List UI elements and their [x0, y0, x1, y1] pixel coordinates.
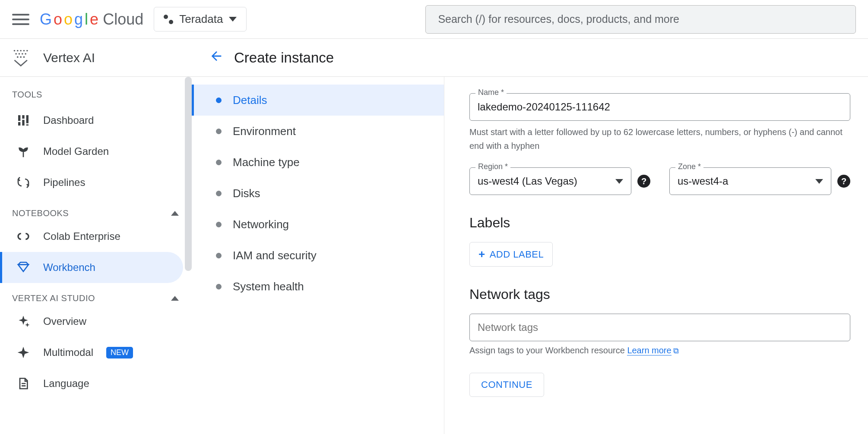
region-select[interactable]: us-west4 (Las Vegas)	[469, 167, 631, 195]
dashboard-icon	[16, 113, 30, 127]
add-label-button[interactable]: + ADD LABEL	[469, 242, 553, 267]
step-disks[interactable]: Disks	[192, 178, 444, 209]
project-name: Teradata	[179, 13, 223, 26]
search-input[interactable]	[425, 5, 856, 34]
sidebar-section-vertex-studio[interactable]: VERTEX AI STUDIO	[0, 283, 192, 306]
left-sidebar: TOOLS Dashboard Model Garden Pipelines N…	[0, 77, 192, 434]
sidebar-item-colab-enterprise[interactable]: Colab Enterprise	[0, 221, 183, 252]
vertex-ai-icon	[12, 48, 31, 67]
continue-button[interactable]: CONTINUE	[469, 373, 544, 397]
svg-point-2	[20, 50, 22, 51]
chevron-up-icon	[171, 211, 179, 216]
learn-more-link[interactable]: Learn more	[627, 346, 671, 355]
caret-down-icon	[615, 179, 623, 184]
sidebar-item-workbench[interactable]: Workbench	[0, 252, 183, 283]
project-icon	[164, 15, 173, 24]
name-field-wrapper: Name *	[469, 93, 850, 121]
step-dot-icon	[216, 191, 222, 196]
plant-icon	[16, 145, 30, 158]
sidebar-item-label: Colab Enterprise	[43, 230, 120, 242]
caret-down-icon	[815, 179, 823, 184]
step-networking[interactable]: Networking	[192, 209, 444, 240]
sidebar-item-overview[interactable]: Overview	[0, 306, 183, 337]
global-search	[425, 5, 856, 34]
sidebar-item-label: Language	[43, 377, 89, 390]
region-label: Region *	[475, 162, 510, 171]
region-field-wrapper: Region * us-west4 (Las Vegas)	[469, 167, 631, 195]
sidebar-item-model-garden[interactable]: Model Garden	[0, 136, 183, 167]
caret-down-icon	[229, 17, 237, 22]
step-dot-icon	[216, 129, 222, 134]
network-tags-header: Network tags	[469, 286, 850, 302]
name-input[interactable]	[469, 93, 850, 121]
google-cloud-logo[interactable]: Google Cloud	[40, 10, 143, 28]
step-dot-icon	[216, 160, 222, 165]
help-icon[interactable]: ?	[637, 175, 650, 188]
project-picker[interactable]: Teradata	[154, 7, 247, 31]
sidebar-item-label: Overview	[43, 315, 86, 327]
page-title: Create instance	[234, 50, 334, 66]
step-dot-icon	[216, 284, 222, 289]
chevron-up-icon	[171, 296, 179, 301]
back-arrow-icon[interactable]	[199, 49, 234, 67]
product-bar: Vertex AI Create instance	[0, 39, 868, 77]
hamburger-menu-icon[interactable]	[12, 11, 29, 28]
product-title: Vertex AI	[43, 50, 95, 65]
step-nav: Details Environment Machine type Disks N…	[192, 77, 444, 434]
zone-field-wrapper: Zone * us-west4-a	[669, 167, 831, 195]
sidebar-item-multimodal[interactable]: Multimodal NEW	[0, 337, 183, 368]
details-form: Name * Must start with a letter followed…	[444, 77, 859, 434]
sidebar-item-dashboard[interactable]: Dashboard	[0, 105, 183, 136]
document-icon	[16, 377, 30, 390]
sidebar-item-label: Dashboard	[43, 114, 94, 126]
labels-header: Labels	[469, 215, 850, 231]
new-badge: NEW	[106, 347, 133, 359]
svg-point-11	[23, 56, 25, 58]
svg-point-10	[20, 56, 22, 58]
name-helper-text: Must start with a letter followed by up …	[469, 125, 850, 153]
network-tags-field-wrapper	[469, 314, 850, 341]
step-machine-type[interactable]: Machine type	[192, 147, 444, 178]
colab-icon	[16, 230, 30, 243]
zone-select[interactable]: us-west4-a	[669, 167, 831, 195]
network-tags-helper: Assign tags to your Workbench resource L…	[469, 346, 850, 355]
sidebar-section-tools: TOOLS	[0, 77, 192, 105]
pipelines-icon	[16, 176, 30, 189]
workbench-icon	[16, 261, 30, 274]
step-environment[interactable]: Environment	[192, 116, 444, 147]
sparkle-icon	[16, 314, 30, 328]
sidebar-item-label: Multimodal	[43, 346, 93, 359]
svg-point-8	[25, 53, 26, 55]
step-iam-security[interactable]: IAM and security	[192, 240, 444, 271]
svg-point-0	[14, 50, 16, 51]
svg-point-9	[17, 56, 19, 58]
step-dot-icon	[216, 222, 222, 227]
sidebar-section-notebooks[interactable]: NOTEBOOKS	[0, 198, 192, 221]
sidebar-item-label: Model Garden	[43, 145, 109, 157]
external-link-icon: ⧉	[673, 346, 679, 355]
plus-icon: +	[478, 248, 485, 261]
zone-label: Zone *	[675, 162, 703, 171]
main-content: TOOLS Dashboard Model Garden Pipelines N…	[0, 77, 868, 434]
sidebar-item-pipelines[interactable]: Pipelines	[0, 167, 183, 198]
step-system-health[interactable]: System health	[192, 271, 444, 302]
step-dot-icon	[216, 253, 222, 258]
svg-point-3	[23, 50, 25, 51]
sidebar-item-label: Pipelines	[43, 176, 85, 189]
top-bar: Google Cloud Teradata	[0, 0, 868, 39]
svg-point-7	[22, 53, 23, 55]
name-label: Name *	[475, 88, 507, 97]
help-icon[interactable]: ?	[837, 175, 850, 188]
network-tags-input[interactable]	[469, 314, 850, 341]
star-icon	[16, 346, 30, 359]
step-dot-icon	[216, 97, 222, 103]
step-details[interactable]: Details	[192, 85, 444, 116]
svg-point-4	[26, 50, 28, 51]
sidebar-item-label: Workbench	[43, 261, 95, 274]
sidebar-item-language[interactable]: Language	[0, 368, 183, 399]
svg-point-1	[17, 50, 19, 51]
svg-point-5	[15, 53, 17, 55]
svg-point-6	[19, 53, 20, 55]
